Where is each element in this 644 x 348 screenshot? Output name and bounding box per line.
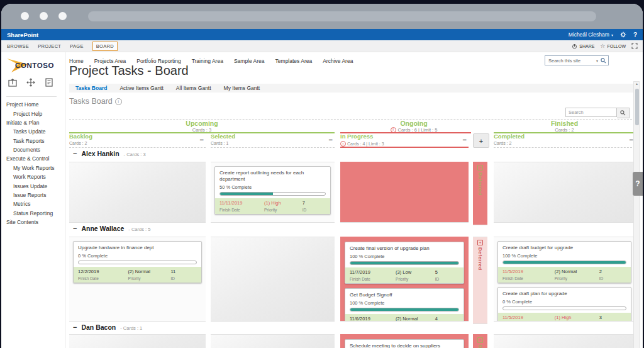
deferred-collapsed-column[interactable]: +Deferred <box>473 237 487 324</box>
column-rule <box>211 147 335 148</box>
follow-label: FOLLOW <box>607 44 626 48</box>
card-footer-label: Priority <box>396 277 435 281</box>
nav-link-training-area[interactable]: Training Area <box>192 58 223 64</box>
expand-icon: + <box>477 240 483 245</box>
ribbon-tabs: BROWSEPROJECTPAGEBOARD <box>7 42 123 51</box>
collapse-column-button[interactable]: − <box>463 137 467 143</box>
section-name: Ongoing <box>340 120 487 127</box>
collapse-column-button[interactable]: − <box>329 137 333 143</box>
card-footer: 11/5/2019(1) High3Finish DatePriorityID <box>498 313 631 322</box>
column-header-in-progress: In Progress!Cards : 4 | Limit : 3− <box>340 133 469 147</box>
collapse-column-button[interactable]: − <box>200 137 204 143</box>
cell-inprogress: Create final version of upgrade plan100 … <box>340 237 469 322</box>
sidebar-item-my-work-reports[interactable]: My Work Reports <box>1 164 65 172</box>
ribbon-tab-page[interactable]: PAGE <box>70 43 83 49</box>
card-footer: 11/5/2019(2) Normal2Finish DatePriorityI… <box>498 267 631 283</box>
task-card[interactable]: Create final version of upgrade plan100 … <box>345 242 464 284</box>
scrollbar-thumb[interactable] <box>635 89 639 125</box>
suite-brand[interactable]: SharePoint <box>7 31 38 38</box>
search-icon <box>620 110 626 116</box>
deferred-collapsed-column[interactable]: +Deferred <box>473 334 487 348</box>
card-progress-fill <box>503 261 626 264</box>
nav-link-sample-area[interactable]: Sample Area <box>234 58 265 64</box>
lane-name: Anne Wallace <box>81 225 124 232</box>
logo-text: CONTOSO <box>15 62 54 69</box>
sidebar-item-site-contents[interactable]: Site Contents <box>1 218 65 227</box>
ribbon-actions: SHARE ☆ FOLLOW <box>572 43 638 49</box>
site-search-input[interactable] <box>547 57 594 64</box>
page-tab-my-items-gantt[interactable]: My Items Gantt <box>218 84 267 93</box>
collapse-lane-button[interactable]: − <box>73 150 77 157</box>
column-count: !Cards : 4 | Limit : 3 <box>340 141 469 147</box>
cell-backlog <box>69 162 206 223</box>
page-tab-active-items-gantt[interactable]: Active Items Gantt <box>113 84 169 93</box>
sidebar-item-documents[interactable]: Documents <box>1 145 65 154</box>
move-icon[interactable] <box>26 77 36 87</box>
sidebar-item-issue-reports[interactable]: Issue Reports <box>1 191 65 199</box>
ribbon-tab-project[interactable]: PROJECT <box>38 43 61 49</box>
user-name: Micheál Clesham <box>569 31 609 38</box>
page-tab-tasks-board[interactable]: Tasks Board <box>69 84 113 93</box>
task-card[interactable]: Upgrade hardware in finance dept0 % Comp… <box>73 241 202 283</box>
page-icon[interactable] <box>44 77 54 87</box>
column-rule <box>69 147 206 148</box>
section-header-finished: FinishedCards : 2 <box>494 120 635 133</box>
ribbon-tab-browse[interactable]: BROWSE <box>7 43 29 49</box>
promote-icon[interactable] <box>8 77 18 87</box>
card-finish-date: 11/7/2019 <box>350 269 396 275</box>
task-card[interactable]: Create draft plan for upgrade0 % Complet… <box>497 287 631 322</box>
column-count-text: Cards : 2 <box>494 141 511 145</box>
collapse-lane-button[interactable]: − <box>73 225 77 232</box>
window-control-dot[interactable] <box>58 12 67 20</box>
info-icon[interactable]: i <box>115 98 122 105</box>
card-priority: (2) Normal <box>396 316 435 322</box>
task-card[interactable]: Schedule meeting to decide on suppliers <box>345 339 464 348</box>
user-menu[interactable]: Micheál Clesham▾ <box>569 31 613 38</box>
window-control-dot[interactable] <box>40 12 48 20</box>
task-card[interactable]: Create draft budget for upgrade100 % Com… <box>497 241 631 283</box>
window-control-dot[interactable] <box>21 12 29 20</box>
card-title: Create draft plan for upgrade <box>498 288 631 299</box>
column-count: Cards : 1 <box>211 141 335 145</box>
collapse-lane-button[interactable]: − <box>73 323 77 331</box>
board-search-button[interactable] <box>617 108 630 118</box>
search-scope-caret[interactable]: ▾ <box>596 59 598 63</box>
card-footer-label: ID <box>303 208 326 212</box>
sidebar-item-status-reporting[interactable]: Status Reporting <box>1 209 65 218</box>
search-icon[interactable] <box>601 58 606 64</box>
help-tab[interactable]: ? <box>633 172 643 196</box>
task-card[interactable]: Get Budget Signoff100 % Complete11/6/201… <box>345 288 464 322</box>
share-button[interactable]: SHARE <box>572 43 594 49</box>
sidebar-item-project-home[interactable]: Project Home <box>1 100 65 109</box>
nav-link-archive-area[interactable]: Archive Area <box>323 58 353 64</box>
card-progress-fill <box>220 193 273 195</box>
focus-icon <box>631 43 638 49</box>
sidebar-item-project-help[interactable]: Project Help <box>1 109 65 118</box>
board: UpcomingCards : 3Ongoing!Cards : 6 | Lim… <box>69 119 635 348</box>
sidebar-item-execute-control[interactable]: Execute & Control <box>1 154 65 163</box>
page-tab-all-items-gantt[interactable]: All Items Gantt <box>170 84 218 93</box>
sidebar-item-metrics[interactable]: Metrics <box>1 199 65 208</box>
sidebar-item-task-reports[interactable]: Task Reports <box>1 137 65 145</box>
cell-completed <box>494 162 635 223</box>
limit-alert-icon: ! <box>340 141 346 147</box>
focus-mode-button[interactable] <box>631 43 638 49</box>
scrollbar-up-arrow[interactable]: ▲ <box>635 82 639 86</box>
settings-gear-icon[interactable] <box>620 31 626 38</box>
section-header-ongoing: Ongoing!Cards : 6 | Limit : 5 <box>340 120 487 133</box>
task-card[interactable]: Create report outlining needs for each d… <box>214 166 331 215</box>
nav-link-templates-area[interactable]: Templates Area <box>275 58 313 64</box>
expand-deferred-button[interactable]: + <box>473 133 489 148</box>
sidebar-item-issues-update[interactable]: Issues Update <box>1 181 65 190</box>
sidebar-item-tasks-update[interactable]: Tasks Update <box>1 127 65 136</box>
help-button[interactable]: ? <box>633 31 637 38</box>
deferred-collapsed-column[interactable]: +Deferred <box>473 162 487 225</box>
contoso-logo[interactable]: CONTOSO <box>5 55 65 74</box>
address-bar[interactable] <box>88 11 596 21</box>
ribbon-tab-board[interactable]: BOARD <box>92 42 118 51</box>
board-search-input[interactable] <box>565 108 617 117</box>
sidebar-item-initiate-plan[interactable]: Initiate & Plan <box>1 118 65 127</box>
follow-button[interactable]: ☆ FOLLOW <box>600 43 626 48</box>
column-name: Selected <box>211 133 335 140</box>
sidebar-item-work-reports[interactable]: Work Reports <box>1 172 65 181</box>
